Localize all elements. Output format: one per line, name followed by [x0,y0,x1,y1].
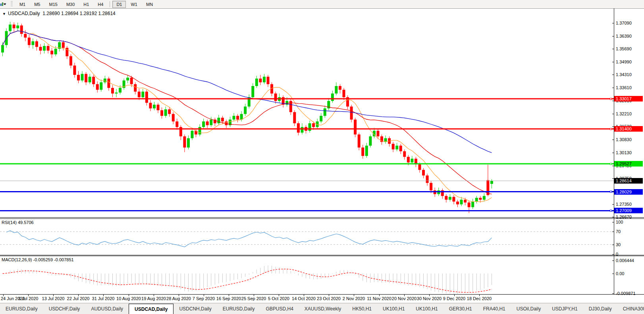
rsi-tick-mark [612,232,614,232]
timeframe-button-d1[interactable]: D1 [112,1,126,8]
timeframe-button-h1[interactable]: H1 [79,1,93,8]
rsi-tick-label: 70 [616,230,621,234]
chart-title: ▼USDCAD,Daily 1.28690 1.28694 1.28192 1.… [2,11,116,16]
chart-tab-eurusd-daily[interactable]: EURUSD,Daily [0,303,43,314]
panel-separator[interactable] [0,255,644,255]
date-tick-label: 11 Nov 2020 [367,296,391,301]
price-tick-label: 1.37090 [616,21,632,25]
chart-tab-usdcnh-daily[interactable]: USDCNH,Daily [174,303,217,314]
timeframe-button-m30[interactable]: M30 [62,1,79,8]
date-tick-label: 16 Sep 2020 [216,296,241,301]
macd-label: MACD(12,26,9) -0.005259 -0.007851 [2,257,74,262]
chart-tab-fra40-h1[interactable]: FRA40,H1 [478,303,511,314]
price-tick-label: 1.32210 [616,112,632,116]
chart-tab-ger30-h1[interactable]: GER30,H1 [443,303,478,314]
chart-tab-usdjpy-h1[interactable]: USDJPY,H1 [546,303,583,314]
date-tick-label: 18 Dec 2020 [467,296,492,301]
price-tick-mark [612,114,614,114]
panel-separator[interactable] [0,256,644,256]
chart-tab-usdchf-daily[interactable]: USDCHF,Daily [43,303,86,314]
level-drag-handle[interactable] [610,210,612,212]
level-drag-handle[interactable] [610,191,612,193]
price-tick-label: 1.30830 [616,138,632,142]
level-drag-handle[interactable] [610,98,612,100]
date-tick-label: 22 Jul 2020 [67,296,90,301]
price-tick-label: 1.33610 [616,86,632,90]
rsi-tick-label: 100 [616,220,623,224]
chart-tab-gbpusd-h4[interactable]: GBPUSD,H4 [260,303,299,314]
timeframe-button-m5[interactable]: M5 [30,1,44,8]
timeframe-button-mn[interactable]: MN [142,1,157,8]
macd-tick-mark [612,293,614,294]
chart-cursor-icon [0,2,6,7]
date-tick-label: 30 Nov 2020 [417,296,442,301]
rsi-tick-mark [612,222,614,222]
macd-indicator-canvas[interactable] [0,256,614,294]
panel-separator [0,294,644,295]
chart-tab-dj30-daily[interactable]: DJ30,Daily [583,303,617,314]
date-tick-label: 3 Jul 2020 [18,296,39,301]
rsi-tick-label: 0 [616,252,618,257]
date-tick-label: 10 Aug 2020 [116,296,141,301]
cursor-tool-button[interactable]: ▼ [2,2,7,6]
rsi-tick-mark [612,254,614,255]
price-tick-label: 1.26670 [616,215,632,219]
price-tick-label: 1.36390 [616,34,632,38]
date-tick-label: 19 Aug 2020 [141,296,166,301]
price-tick-mark [612,88,614,88]
panel-separator[interactable] [0,218,644,219]
level-drag-handle[interactable] [610,128,612,130]
chart-tab-uk100-h1[interactable]: UK100,H1 [410,303,443,314]
price-tick-label: 1.34990 [616,60,632,64]
timeframe-button-h4[interactable]: H4 [94,1,107,8]
price-chart-canvas[interactable] [0,8,614,217]
macd-tick-mark [612,260,614,261]
date-tick-label: 14 Oct 2020 [292,296,316,301]
date-tick-label: 31 Jul 2020 [92,296,115,301]
date-tick-label: 23 Oct 2020 [317,296,341,301]
chart-tabs-bar: EURUSD,DailyUSDCHF,DailyAUDUSD,DailyUSDC… [0,303,644,314]
toolbar-drag-handle[interactable] [11,1,13,7]
timeframe-button-m1[interactable]: M1 [15,1,29,8]
chart-tab-xauusd-weekly[interactable]: XAUUSD,Weekly [299,303,347,314]
chart-tab-audusd-daily[interactable]: AUDUSD,Daily [85,303,129,314]
symbol-period-label: USDCAD,Daily [8,11,40,16]
date-tick-label: 20 Nov 2020 [392,296,416,301]
chart-tab-usoil-daily[interactable]: USOil,Daily [511,303,546,314]
macd-tick-label: 0.00 [616,272,624,276]
date-tick-label: 9 Dec 2020 [443,296,465,301]
timeframe-toolbar: ▼ M1M5M15M30H1H4D1W1MN [0,0,644,9]
price-tick-label: 1.27350 [616,202,632,207]
rsi-label: RSI(14) 49.5706 [2,220,34,225]
date-tick-label: 28 Aug 2020 [166,296,191,301]
timeframe-button-m15[interactable]: M15 [45,1,61,8]
macd-tick-label: 0.006444 [616,258,634,263]
ohlc-values: 1.28690 1.28694 1.28192 1.28614 [42,11,116,16]
chart-tab-china300-h1[interactable]: CHINA300,H1 [617,303,644,314]
date-tick-label: 13 Jul 2020 [42,296,65,301]
level-price-label: 1.33017 [614,96,643,101]
rsi-indicator-canvas[interactable] [0,219,614,255]
date-tick-label: 7 Sep 2020 [193,296,215,301]
price-tick-mark [612,217,614,217]
price-tick-mark [612,36,614,36]
level-drag-handle[interactable] [610,163,612,165]
timeframe-button-w1[interactable]: W1 [127,1,141,8]
chart-tab-uk100-h1[interactable]: UK100,H1 [377,303,410,314]
title-triangle-icon[interactable]: ▼ [2,12,6,16]
price-tick-mark [612,204,614,205]
timeframe-buttons: M1M5M15M30H1H4D1W1MN [15,1,157,8]
level-price-label: 1.27009 [614,208,643,213]
current-price-label: 1.28614 [614,178,643,184]
price-tick-mark [612,153,614,153]
price-tick-label: 1.35690 [616,47,632,51]
price-tick-mark [612,75,614,75]
chart-tab-usdcad-daily[interactable]: USDCAD,Daily [129,304,174,314]
panel-separator[interactable] [0,217,644,218]
level-price-label: 1.29527 [614,161,643,167]
chart-tab-hk50-h1[interactable]: HK50,H1 [347,303,377,314]
chart-tab-eurusd-daily[interactable]: EURUSD,Daily [217,303,260,314]
macd-tick-mark [612,274,614,274]
date-tick-label: 5 Oct 2020 [268,296,289,301]
price-tick-mark [612,62,614,62]
